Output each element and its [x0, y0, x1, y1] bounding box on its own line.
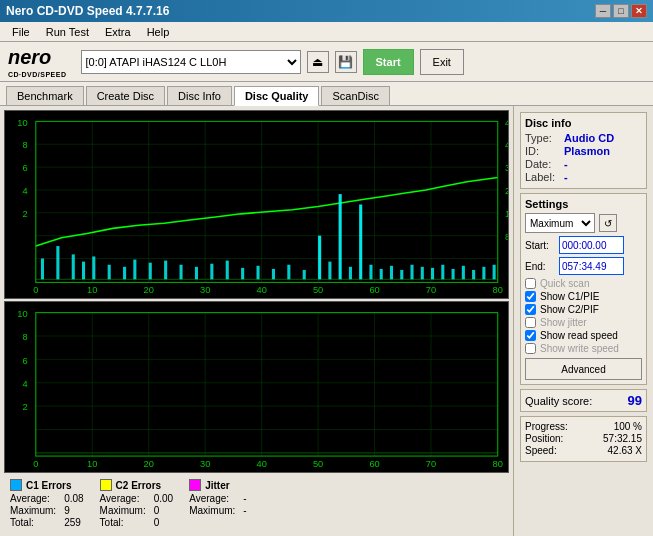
show-read-row: Show read speed — [525, 330, 642, 341]
show-read-checkbox[interactable] — [525, 330, 536, 341]
drive-select[interactable]: [0:0] ATAPI iHAS124 C LL0H — [81, 50, 301, 74]
svg-rect-66 — [400, 270, 403, 279]
show-jitter-row: Show jitter — [525, 317, 642, 328]
svg-text:48: 48 — [505, 117, 508, 127]
svg-text:10: 10 — [17, 117, 27, 127]
svg-text:8: 8 — [22, 140, 27, 150]
svg-text:80: 80 — [493, 285, 503, 295]
minimize-button[interactable]: ─ — [595, 4, 611, 18]
progress-section: Progress: 100 % Position: 57:32.15 Speed… — [520, 416, 647, 462]
tab-create-disc[interactable]: Create Disc — [86, 86, 165, 105]
quality-value: 99 — [628, 393, 642, 408]
show-c2-checkbox[interactable] — [525, 304, 536, 315]
quality-section: Quality score: 99 — [520, 389, 647, 412]
show-c1-label: Show C1/PIE — [540, 291, 599, 302]
jitter-avg-label: Average: — [189, 493, 235, 504]
show-write-checkbox[interactable] — [525, 343, 536, 354]
refresh-button[interactable]: ↺ — [599, 214, 617, 232]
tab-disc-info[interactable]: Disc Info — [167, 86, 232, 105]
svg-text:24: 24 — [505, 186, 508, 196]
svg-rect-74 — [482, 267, 485, 279]
window-controls: ─ □ ✕ — [595, 4, 647, 18]
jitter-max-value: - — [243, 505, 246, 516]
menu-file[interactable]: File — [4, 24, 38, 40]
svg-text:10: 10 — [17, 308, 27, 319]
menu-extra[interactable]: Extra — [97, 24, 139, 40]
show-c1-checkbox[interactable] — [525, 291, 536, 302]
c1-total-label: Total: — [10, 517, 56, 528]
c1-avg-value: 0.08 — [64, 493, 83, 504]
eject-button[interactable]: ⏏ — [307, 51, 329, 73]
show-write-label: Show write speed — [540, 343, 619, 354]
svg-rect-73 — [472, 270, 475, 279]
jitter-max-label: Maximum: — [189, 505, 235, 516]
logo-nero-text: nero — [8, 46, 63, 71]
show-write-row: Show write speed — [525, 343, 642, 354]
svg-rect-58 — [318, 236, 321, 280]
progress-value: 100 % — [614, 421, 642, 432]
window-title: Nero CD-DVD Speed 4.7.7.16 — [6, 4, 169, 18]
disc-label-row: Label: - — [525, 171, 642, 183]
svg-rect-77 — [5, 302, 508, 472]
start-label: Start: — [525, 240, 555, 251]
svg-rect-65 — [390, 266, 393, 280]
menu-help[interactable]: Help — [139, 24, 178, 40]
c1-chart: 10 8 6 4 2 48 40 32 24 16 8 0 10 20 30 4… — [4, 110, 509, 299]
speed-row: Speed: 42.63 X — [525, 445, 642, 456]
quality-label: Quality score: — [525, 395, 592, 407]
svg-rect-43 — [92, 256, 95, 279]
svg-rect-46 — [133, 260, 136, 280]
quick-scan-checkbox[interactable] — [525, 278, 536, 289]
svg-rect-51 — [210, 264, 213, 280]
tab-scandisc[interactable]: ScanDisc — [321, 86, 389, 105]
end-label: End: — [525, 261, 555, 272]
svg-text:10: 10 — [87, 458, 97, 469]
close-button[interactable]: ✕ — [631, 4, 647, 18]
end-input[interactable] — [559, 257, 624, 275]
svg-text:60: 60 — [369, 285, 379, 295]
svg-rect-54 — [257, 266, 260, 280]
maximize-button[interactable]: □ — [613, 4, 629, 18]
advanced-button[interactable]: Advanced — [525, 358, 642, 380]
disc-date-row: Date: - — [525, 158, 642, 170]
svg-rect-72 — [462, 266, 465, 280]
c1-label: C1 Errors — [26, 480, 72, 491]
svg-text:70: 70 — [426, 458, 436, 469]
c2-chart: 10 8 6 4 2 0 10 20 30 40 50 60 70 80 — [4, 301, 509, 473]
svg-text:6: 6 — [22, 163, 27, 173]
svg-rect-67 — [410, 265, 413, 280]
menu-run-test[interactable]: Run Test — [38, 24, 97, 40]
progress-row: Progress: 100 % — [525, 421, 642, 432]
c2-max-label: Maximum: — [100, 505, 146, 516]
svg-text:30: 30 — [200, 458, 210, 469]
start-button[interactable]: Start — [363, 49, 414, 75]
show-c2-row: Show C2/PIF — [525, 304, 642, 315]
svg-text:70: 70 — [426, 285, 436, 295]
label-value: - — [564, 171, 568, 183]
svg-rect-39 — [41, 259, 44, 280]
svg-rect-62 — [359, 205, 362, 280]
c1-max-value: 9 — [64, 505, 83, 516]
tab-benchmark[interactable]: Benchmark — [6, 86, 84, 105]
show-jitter-checkbox[interactable] — [525, 317, 536, 328]
start-input[interactable] — [559, 236, 624, 254]
jitter-color-box — [189, 479, 201, 491]
svg-text:nero: nero — [8, 46, 51, 68]
label-label: Label: — [525, 171, 560, 183]
svg-rect-60 — [339, 194, 342, 279]
svg-rect-47 — [149, 263, 152, 280]
svg-text:40: 40 — [256, 285, 266, 295]
c2-label: C2 Errors — [116, 480, 162, 491]
svg-rect-61 — [349, 267, 352, 279]
chart-legend: C1 Errors Average: 0.08 Maximum: 9 Total… — [4, 475, 509, 532]
stop-button[interactable]: Exit — [420, 49, 464, 75]
disc-info-title: Disc info — [525, 117, 642, 129]
tab-disc-quality[interactable]: Disc Quality — [234, 86, 320, 106]
legend-jitter: Jitter Average: - Maximum: - — [189, 479, 246, 528]
svg-text:4: 4 — [22, 378, 27, 389]
speed-select[interactable]: Maximum — [525, 213, 595, 233]
c2-total-label: Total: — [100, 517, 146, 528]
show-c1-row: Show C1/PIE — [525, 291, 642, 302]
save-button[interactable]: 💾 — [335, 51, 357, 73]
svg-rect-56 — [287, 265, 290, 280]
